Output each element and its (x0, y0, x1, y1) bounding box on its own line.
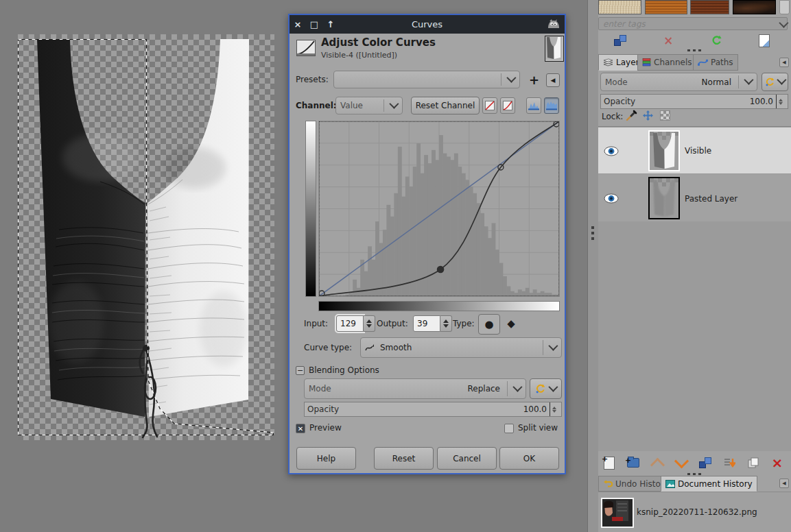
pattern-swatch-dark[interactable] (733, 0, 776, 14)
layers-list: Visible Pasted Layer (598, 126, 791, 451)
smooth-point-icon: ● (484, 318, 493, 330)
ok-button[interactable]: OK (499, 447, 559, 470)
smooth-curve-button[interactable] (500, 97, 515, 114)
move-icon (642, 110, 654, 121)
input-label: Input: (304, 315, 328, 332)
layer-name[interactable]: Visible (685, 146, 711, 156)
smooth-curve-icon (503, 101, 512, 110)
layer-opacity-slider[interactable]: Opacity 100.0 (600, 94, 788, 109)
shade-icon[interactable]: ↑ (322, 19, 339, 29)
output-spin-arrows[interactable] (440, 315, 452, 332)
blending-collapse-toggle[interactable]: − (296, 366, 305, 375)
lock-pixels-button[interactable] (626, 110, 637, 123)
dialog-titlebar[interactable]: × □ ↑ Curves (290, 15, 565, 34)
blend-mode-reset-button[interactable] (530, 378, 562, 399)
chevron-down-icon (548, 341, 558, 350)
tab-channels[interactable]: Channels (637, 54, 697, 71)
output-gradient-bar (305, 121, 316, 297)
document-thumbnail[interactable] (601, 498, 634, 528)
channel-combo[interactable]: Value (335, 97, 403, 114)
pattern-swatch-wood[interactable] (645, 0, 687, 14)
cancel-button[interactable]: Cancel (437, 447, 497, 470)
tags-input[interactable] (598, 17, 788, 30)
layer-row-pasted[interactable]: Pasted Layer (598, 174, 791, 221)
blend-opacity-value: 100.0 (523, 404, 547, 414)
new-layer-button[interactable]: + (600, 454, 618, 472)
pattern-swatch-sand[interactable] (598, 0, 641, 14)
document-history-item[interactable]: ksnip_20220711-120632.png (637, 507, 757, 517)
layer-mode-combo[interactable]: Mode Normal (600, 73, 757, 91)
lock-position-button[interactable] (642, 110, 654, 123)
blend-opacity-slider[interactable]: Opacity 100.0 (304, 402, 562, 417)
tab-paths[interactable]: Paths (693, 54, 738, 71)
duplicate-layer-button[interactable] (696, 454, 714, 472)
layer-mode-reset-button[interactable] (762, 73, 788, 91)
new-group-button[interactable]: + (624, 454, 642, 472)
close-icon[interactable]: × (290, 19, 306, 29)
output-value[interactable]: 39 (413, 315, 440, 332)
tab-document-history[interactable]: Document History (661, 476, 757, 492)
visibility-eye-icon[interactable] (604, 146, 619, 156)
blend-mode-value: Replace (468, 384, 500, 394)
blend-opacity-label: Opacity (307, 404, 523, 414)
layers-icon (603, 58, 613, 66)
document-history-list: ksnip_20220711-120632.png (598, 492, 791, 532)
presets-combo[interactable] (333, 71, 520, 88)
chevron-down-icon (512, 382, 522, 391)
delete-pattern-button[interactable]: × (660, 33, 676, 48)
raise-icon (650, 457, 664, 472)
curve-type-combo[interactable]: Smooth (360, 337, 562, 358)
layer-name[interactable]: Pasted Layer (685, 194, 737, 204)
dock-menu-button[interactable]: ◀ (779, 58, 789, 67)
refresh-patterns-button[interactable] (708, 33, 724, 48)
image-canvas[interactable] (18, 34, 274, 440)
input-spin-arrows[interactable] (364, 315, 375, 332)
preview-checkbox[interactable]: ✕ (296, 424, 305, 433)
layer-thumbnail[interactable] (648, 177, 680, 219)
open-pattern-button[interactable] (756, 33, 772, 48)
layer-opacity-spin-arrows[interactable] (777, 99, 785, 105)
input-spinbox[interactable]: 129 (336, 315, 375, 332)
anchor-layer-button[interactable] (744, 454, 762, 472)
lock-alpha-button[interactable] (660, 110, 670, 121)
help-button[interactable]: Help (296, 447, 356, 470)
split-view-checkbox[interactable] (504, 424, 514, 433)
curve-type-label: Curve type: (304, 339, 352, 356)
curve-plot-area[interactable] (318, 121, 560, 297)
reset-button[interactable]: Reset (374, 447, 434, 470)
visibility-eye-icon[interactable] (604, 193, 619, 204)
linear-curve-button[interactable] (482, 97, 497, 114)
opacity-spin-arrows[interactable] (550, 407, 558, 413)
blend-mode-combo[interactable]: Mode Replace (304, 378, 526, 399)
point-type-smooth-button[interactable]: ● (478, 314, 500, 335)
delete-layer-button[interactable]: × (768, 454, 786, 472)
curves-dialog: × □ ↑ Curves Adjust Color Curves Visible… (288, 14, 566, 474)
point-type-corner-button[interactable]: ◆ (501, 314, 521, 333)
smooth-squiggle-icon (365, 343, 376, 352)
layer-thumbnail[interactable] (648, 130, 680, 171)
delete-icon: × (772, 456, 783, 470)
presets-menu-button[interactable]: ◀ (546, 73, 560, 87)
blend-mode-label: Mode (309, 384, 468, 394)
raise-layer-button[interactable] (648, 454, 666, 472)
layer-row-visible[interactable]: Visible (598, 128, 791, 173)
linear-histogram-button[interactable] (526, 97, 541, 114)
curves-chart (319, 121, 559, 296)
history-menu-button[interactable]: ◀ (779, 479, 789, 488)
merge-layer-button[interactable] (720, 454, 738, 472)
logarithmic-histogram-button[interactable] (544, 97, 559, 114)
input-value[interactable]: 129 (336, 315, 364, 332)
lower-layer-button[interactable] (672, 454, 690, 472)
layer-opacity-value: 100.0 (750, 97, 773, 106)
patterns-scrollbar[interactable] (779, 0, 790, 14)
dock-handle[interactable] (681, 49, 708, 51)
refresh-icon (711, 35, 722, 46)
tab-channels-label: Channels (654, 58, 692, 67)
dock-handle[interactable] (681, 473, 708, 475)
output-spinbox[interactable]: 39 (413, 315, 452, 332)
pattern-swatch-darkwood[interactable] (690, 0, 729, 14)
maximize-icon[interactable]: □ (306, 19, 322, 29)
add-preset-button[interactable]: + (529, 73, 539, 87)
duplicate-pattern-button[interactable] (612, 33, 628, 48)
reset-channel-button[interactable]: Reset Channel (411, 97, 480, 114)
